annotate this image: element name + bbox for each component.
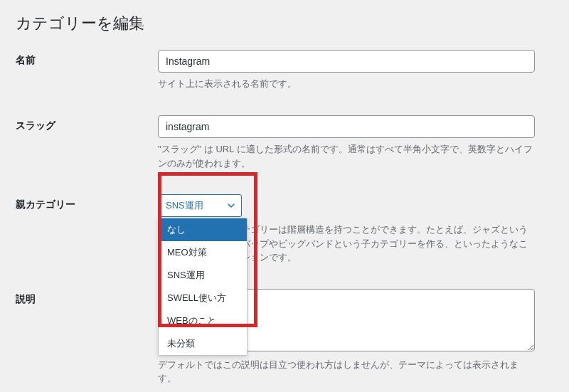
name-input[interactable] [158, 50, 535, 73]
parent-option-sns[interactable]: SNS運用 [159, 264, 247, 287]
slug-input[interactable] [158, 115, 535, 138]
parent-select-value: SNS運用 [166, 200, 203, 211]
parent-option-uncategorized[interactable]: 未分類 [159, 332, 247, 355]
parent-select[interactable]: SNS運用 [158, 194, 242, 217]
description-help: デフォルトではこの説明は目立つ使われ方はしませんが、テーマによっては表示されます… [158, 358, 535, 386]
parent-dropdown[interactable]: なし MEO対策 SNS運用 SWELL使い方 WEBのこと 未分類 [158, 218, 248, 356]
chevron-down-icon [227, 201, 235, 210]
name-help: サイト上に表示される名前です。 [158, 77, 535, 91]
parent-option-none[interactable]: なし [159, 218, 247, 241]
name-label: 名前 [16, 54, 36, 65]
parent-option-meo[interactable]: MEO対策 [159, 241, 247, 264]
parent-option-web[interactable]: WEBのこと [159, 309, 247, 332]
page-title: カテゴリーを編集 [16, 13, 553, 34]
parent-option-swell[interactable]: SWELL使い方 [159, 287, 247, 309]
parent-label: 親カテゴリー [16, 198, 75, 210]
description-label: 説明 [16, 293, 36, 304]
slug-help: "スラッグ" は URL に適した形式の名前です。通常はすべて半角小文字で、英数… [158, 142, 535, 170]
slug-label: スラッグ [16, 120, 55, 131]
